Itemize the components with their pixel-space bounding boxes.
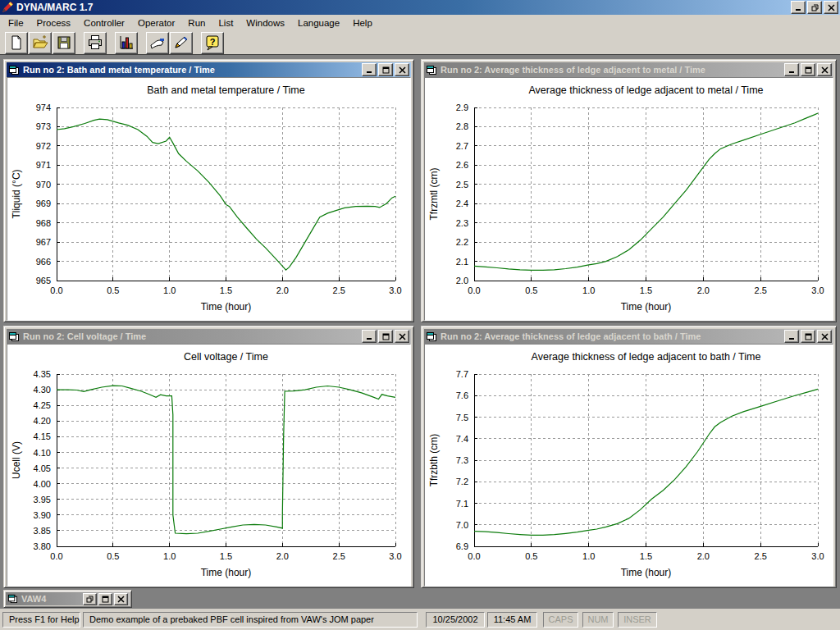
menu-list[interactable]: List [212, 16, 240, 30]
svg-text:2.5: 2.5 [456, 180, 468, 189]
new-button[interactable] [5, 32, 28, 54]
status-bar: Press F1 for Help Demo example of a preb… [0, 609, 840, 630]
menu-windows[interactable]: Windows [240, 16, 291, 30]
bar-chart-icon [118, 34, 135, 51]
svg-text:1.5: 1.5 [640, 285, 652, 295]
svg-text:7.0: 7.0 [456, 520, 468, 530]
menu-run[interactable]: Run [181, 16, 212, 30]
svg-text:1.0: 1.0 [163, 285, 176, 295]
svg-text:2.1: 2.1 [456, 257, 468, 267]
app-titlebar[interactable]: DYNA/MARC 1.7 [0, 0, 840, 15]
child-window-title: Run no 2: Bath and metal temperature / T… [23, 65, 360, 75]
maximize-button[interactable] [801, 63, 815, 76]
svg-text:Time (hour): Time (hour) [621, 301, 672, 313]
svg-text:1.0: 1.0 [163, 551, 176, 561]
svg-text:7.3: 7.3 [456, 455, 468, 465]
menu-controller[interactable]: Controller [77, 16, 131, 30]
save-button[interactable] [52, 32, 75, 54]
chart-button[interactable] [115, 32, 138, 54]
minimize-button[interactable] [791, 1, 806, 14]
svg-text:2.0: 2.0 [697, 551, 710, 561]
chart-area: 0.00.51.01.52.02.53.02.02.12.22.32.42.52… [424, 77, 833, 321]
maximize-button[interactable] [98, 593, 112, 605]
minimize-icon [366, 66, 373, 74]
child-titlebar[interactable]: Run no 2: Cell voltage / Time [7, 329, 411, 344]
minimize-button[interactable] [784, 330, 799, 343]
svg-text:1.5: 1.5 [220, 285, 232, 295]
hand-pointer-button[interactable] [146, 32, 169, 54]
child-window-title: Run no 2: Average thickness of ledge adj… [441, 65, 783, 75]
status-date: 10/25/2002 [426, 612, 485, 628]
svg-text:0.0: 0.0 [50, 551, 62, 561]
open-button[interactable] [29, 32, 52, 54]
menu-bar: File Process Controller Operator Run Lis… [0, 15, 840, 30]
child-window-title: Run no 2: Cell voltage / Time [23, 331, 360, 341]
svg-text:1.5: 1.5 [640, 551, 652, 561]
menu-language[interactable]: Language [291, 16, 346, 30]
svg-text:3.0: 3.0 [389, 551, 401, 561]
maximize-button[interactable] [378, 63, 393, 76]
close-button[interactable] [817, 63, 832, 76]
minimize-icon [795, 4, 802, 11]
svg-text:0.0: 0.0 [468, 285, 480, 295]
child-titlebar[interactable]: Run no 2: Average thickness of ledge adj… [424, 329, 833, 344]
svg-text:2.0: 2.0 [276, 285, 289, 295]
svg-text:0.5: 0.5 [525, 551, 537, 561]
app-title: DYNA/MARC 1.7 [16, 2, 789, 13]
svg-text:7.4: 7.4 [456, 434, 468, 444]
help-icon: ? [204, 34, 221, 51]
svg-text:2.7: 2.7 [456, 141, 468, 151]
hand-pointer-icon [149, 34, 166, 51]
svg-text:6.9: 6.9 [456, 541, 468, 551]
close-button[interactable] [395, 63, 409, 76]
restore-button[interactable] [83, 593, 97, 605]
chart-ledge-metal: 0.00.51.01.52.02.53.02.02.12.22.32.42.52… [425, 78, 833, 320]
save-icon [56, 34, 72, 51]
app-icon [2, 2, 13, 13]
minimize-icon [366, 333, 373, 340]
minimize-button[interactable] [784, 63, 799, 76]
svg-text:1.0: 1.0 [582, 285, 595, 295]
chart-bath-metal-temperature: 0.00.51.01.52.02.53.09659669679689699709… [7, 78, 410, 320]
svg-text:971: 971 [36, 160, 51, 170]
menu-help[interactable]: Help [346, 16, 379, 30]
svg-text:2.6: 2.6 [456, 160, 468, 170]
restore-button[interactable] [807, 1, 822, 14]
close-icon [399, 333, 406, 340]
hand-pen-button[interactable] [170, 32, 193, 54]
svg-text:970: 970 [36, 180, 51, 189]
maximize-button[interactable] [801, 330, 815, 343]
new-document-icon [8, 34, 25, 51]
svg-text:Average thickness of ledge adj: Average thickness of ledge adjacent to m… [528, 84, 763, 96]
close-button[interactable] [824, 1, 838, 14]
maximize-button[interactable] [378, 330, 393, 343]
svg-text:2.5: 2.5 [333, 285, 345, 295]
svg-text:Time (hour): Time (hour) [621, 567, 672, 578]
chart-ledge-bath: 0.00.51.01.52.02.53.06.97.07.17.27.37.47… [425, 345, 833, 586]
close-button[interactable] [817, 330, 832, 343]
menu-operator[interactable]: Operator [131, 16, 181, 30]
maximize-icon [382, 333, 390, 340]
svg-text:Time (hour): Time (hour) [201, 567, 252, 578]
help-button[interactable]: ? [201, 32, 224, 54]
restore-icon [86, 596, 94, 603]
child-titlebar[interactable]: Run no 2: Average thickness of ledge adj… [424, 62, 833, 77]
child-titlebar[interactable]: VAW4 [6, 592, 130, 605]
minimize-button[interactable] [362, 63, 377, 76]
svg-text:2.5: 2.5 [755, 285, 767, 295]
minimize-button[interactable] [362, 330, 377, 343]
minimize-icon [788, 333, 796, 340]
menu-file[interactable]: File [2, 16, 30, 30]
close-button[interactable] [395, 330, 409, 343]
status-caps-indicator: CAPS [543, 612, 578, 628]
child-titlebar[interactable]: Run no 2: Bath and metal temperature / T… [7, 62, 411, 77]
print-button[interactable] [84, 32, 107, 54]
close-icon [117, 596, 125, 603]
svg-text:3.0: 3.0 [389, 285, 401, 295]
svg-text:4.00: 4.00 [34, 479, 51, 489]
svg-text:2.8: 2.8 [456, 121, 468, 131]
svg-text:Ucell (V): Ucell (V) [11, 441, 22, 479]
close-button[interactable] [114, 593, 128, 605]
document-icon [426, 65, 437, 75]
menu-process[interactable]: Process [30, 16, 78, 30]
